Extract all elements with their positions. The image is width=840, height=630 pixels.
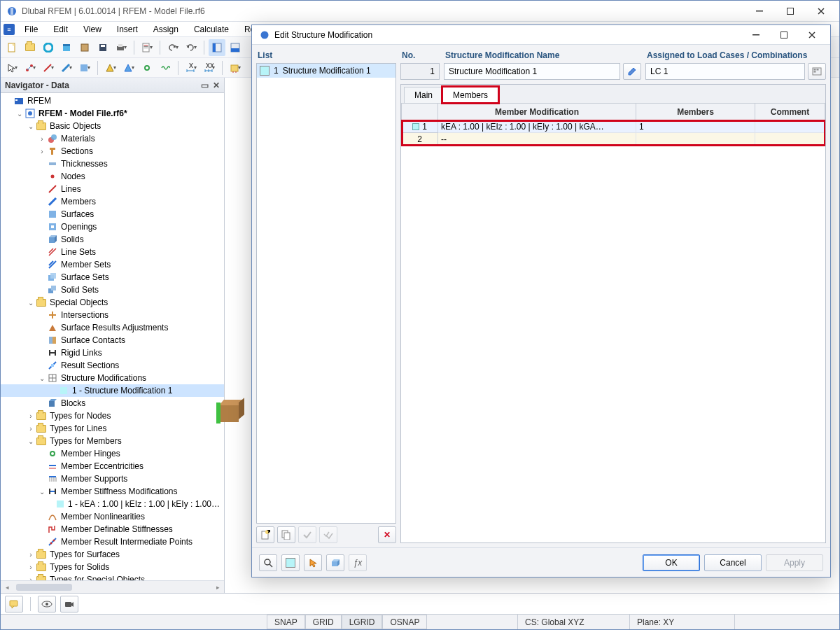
tree-item[interactable]: ›Types for Surfaces bbox=[1, 548, 224, 561]
tab-main[interactable]: Main bbox=[404, 87, 443, 103]
maximize-button[interactable] bbox=[775, 1, 806, 21]
ok-button[interactable]: OK bbox=[643, 554, 700, 571]
tree-item[interactable]: Member Hinges bbox=[1, 447, 224, 460]
table-row[interactable]: 2 -- bbox=[402, 133, 825, 146]
tab-members[interactable]: Members bbox=[442, 87, 498, 103]
tree-item[interactable]: Rigid Links bbox=[1, 346, 224, 359]
save-icon[interactable] bbox=[94, 39, 111, 56]
new-file-icon[interactable] bbox=[4, 39, 20, 56]
load-combo-icon[interactable]: ▾ bbox=[227, 59, 244, 76]
copy-item-icon[interactable] bbox=[277, 526, 295, 543]
check-item-icon[interactable] bbox=[298, 526, 316, 543]
menu-view[interactable]: View bbox=[76, 23, 108, 36]
dimension-xx-icon[interactable]: xx▾ bbox=[201, 59, 218, 76]
tree-item[interactable]: Surface Results Adjustments bbox=[1, 321, 224, 334]
tree-item[interactable]: 1 - kEA : 1.00 | kEIz : 1.00 | kEIy : 1.… bbox=[1, 498, 224, 510]
menu-insert[interactable]: Insert bbox=[110, 23, 145, 36]
menu-assign[interactable]: Assign bbox=[146, 23, 186, 36]
new-item-icon[interactable]: ★ bbox=[256, 526, 274, 543]
cancel-button[interactable]: Cancel bbox=[704, 554, 762, 571]
status-grid[interactable]: GRID bbox=[305, 615, 342, 629]
redo-icon[interactable]: ▾ bbox=[183, 39, 200, 56]
zoom-icon[interactable] bbox=[259, 554, 277, 571]
dialog-close-button[interactable] bbox=[798, 26, 826, 44]
tree-item[interactable]: Member Eccentricities bbox=[1, 460, 224, 472]
tree-item[interactable]: Intersections bbox=[1, 309, 224, 321]
delete-item-icon[interactable]: ✕ bbox=[378, 526, 396, 543]
manager-icon[interactable] bbox=[40, 39, 57, 56]
tree-item[interactable]: ⌄Special Objects bbox=[1, 296, 224, 309]
surface-tool-icon[interactable]: ▾ bbox=[76, 59, 93, 76]
tree-item[interactable]: Thicknesses bbox=[1, 158, 224, 170]
tree-item[interactable]: Result Sections bbox=[1, 359, 224, 372]
support-line-icon[interactable]: ▾ bbox=[120, 59, 137, 76]
status-snap[interactable]: SNAP bbox=[267, 615, 305, 629]
tree-item[interactable]: ⌄Types for Members bbox=[1, 435, 224, 447]
tree-item[interactable]: ›Materials bbox=[1, 132, 224, 145]
tree-item[interactable]: Member Definable Stiffnesses bbox=[1, 523, 224, 536]
spring-icon[interactable] bbox=[157, 59, 174, 76]
block-manager-icon[interactable] bbox=[58, 39, 75, 56]
tree-item[interactable]: Solids bbox=[1, 233, 224, 246]
assign-field[interactable]: LC 1 bbox=[645, 63, 805, 80]
status-plane[interactable]: Plane: XY bbox=[629, 615, 734, 629]
print-icon[interactable]: ▾ bbox=[113, 39, 130, 56]
tree-item[interactable]: Member Supports bbox=[1, 472, 224, 485]
dialog-maximize-button[interactable] bbox=[770, 26, 798, 44]
close-button[interactable] bbox=[806, 1, 836, 21]
minimize-button[interactable] bbox=[744, 1, 775, 21]
check-all-icon[interactable] bbox=[319, 526, 337, 543]
tree-item[interactable]: ⌄Basic Objects bbox=[1, 120, 224, 132]
tree-item[interactable]: Lines bbox=[1, 183, 224, 195]
tree-item[interactable]: Members bbox=[1, 195, 224, 208]
comment-icon[interactable] bbox=[5, 596, 23, 612]
support-node-icon[interactable]: ▾ bbox=[102, 59, 119, 76]
col-members[interactable]: Members bbox=[636, 104, 755, 120]
dimension-x-icon[interactable]: x▾ bbox=[183, 59, 200, 76]
assign-picker-icon[interactable] bbox=[808, 63, 826, 80]
tree-item[interactable]: Nodes bbox=[1, 170, 224, 183]
tree-item[interactable]: Member Sets bbox=[1, 258, 224, 271]
menu-calculate[interactable]: Calculate bbox=[187, 23, 236, 36]
status-osnap[interactable]: OSNAP bbox=[382, 615, 427, 629]
tree-item[interactable]: ›Types for Solids bbox=[1, 561, 224, 573]
apply-button[interactable]: Apply bbox=[766, 554, 823, 571]
open-file-icon[interactable] bbox=[22, 39, 38, 56]
eye-icon[interactable] bbox=[38, 596, 56, 612]
members-grid[interactable]: Member Modification Members Comment 1 kE… bbox=[401, 103, 825, 542]
modification-list[interactable]: 1 Structure Modification 1 bbox=[256, 63, 396, 524]
tree-item[interactable]: Line Sets bbox=[1, 246, 224, 258]
select-in-model-icon[interactable] bbox=[304, 554, 322, 571]
tree-item[interactable]: Blocks bbox=[1, 397, 224, 410]
menu-edit[interactable]: Edit bbox=[46, 23, 75, 36]
status-cs[interactable]: CS: Global XYZ bbox=[517, 615, 629, 629]
tree-item[interactable]: Surface Sets bbox=[1, 271, 224, 284]
rename-icon[interactable] bbox=[623, 63, 641, 80]
member-tool-icon[interactable]: ▾ bbox=[58, 59, 75, 76]
tree-item[interactable]: ⌄Member Stiffness Modifications bbox=[1, 485, 224, 498]
tree-item[interactable]: ›Types for Special Objects bbox=[1, 573, 224, 580]
printout-report-icon[interactable]: ▾ bbox=[139, 39, 155, 56]
tree-item[interactable]: ›Types for Lines bbox=[1, 422, 224, 435]
tree-item[interactable]: ›Types for Nodes bbox=[1, 410, 224, 422]
isometric-view-icon[interactable] bbox=[326, 554, 344, 571]
navigator-close-icon[interactable]: ✕ bbox=[213, 80, 220, 90]
tree-item[interactable]: Solid Sets bbox=[1, 284, 224, 296]
navigator-h-scrollbar[interactable]: ◂▸ bbox=[1, 580, 224, 593]
col-comment[interactable]: Comment bbox=[755, 104, 825, 120]
tree-item[interactable]: Member Result Intermediate Points bbox=[1, 536, 224, 548]
tree-item[interactable]: ⌄Structure Modifications bbox=[1, 372, 224, 384]
name-field[interactable]: Structure Modification 1 bbox=[444, 63, 620, 80]
tree-item[interactable]: 1 - Structure Modification 1 bbox=[1, 384, 224, 397]
navigator-tree[interactable]: RFEM ⌄RFEM - Model File.rf6* ⌄Basic Obje… bbox=[1, 93, 224, 580]
node-tool-icon[interactable]: ▾ bbox=[22, 59, 38, 76]
table-row[interactable]: 1 kEA : 1.00 | kEIz : 1.00 | kEIy : 1.00… bbox=[402, 120, 825, 133]
col-member-modification[interactable]: Member Modification bbox=[438, 104, 636, 120]
tree-item[interactable]: Member Nonlinearities bbox=[1, 510, 224, 523]
navigator-float-icon[interactable]: ▭ bbox=[201, 80, 209, 90]
tree-item[interactable]: Surface Contacts bbox=[1, 334, 224, 346]
function-icon[interactable]: ƒx bbox=[349, 554, 367, 571]
color-swatch-icon[interactable] bbox=[281, 554, 300, 571]
tables-toggle-icon[interactable] bbox=[227, 39, 244, 56]
tree-item[interactable]: ›Sections bbox=[1, 145, 224, 158]
